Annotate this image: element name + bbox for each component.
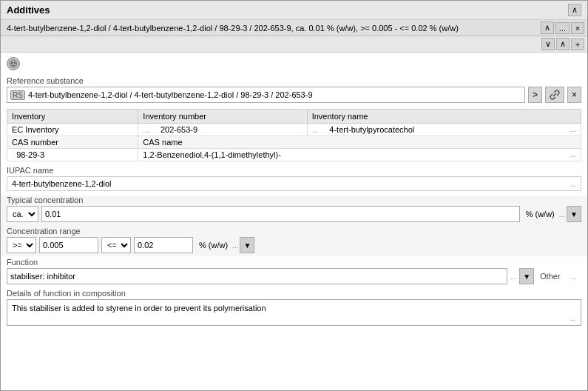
cas-name-cell: 1,2-Benzenediol,4-(1,1-dimethylethyl)- .… bbox=[138, 149, 581, 161]
conc-range-label: Concentration range bbox=[7, 227, 581, 235]
cell-number: ... 202-653-9 bbox=[138, 124, 307, 136]
ref-substance-rs-icon: RS bbox=[10, 90, 25, 100]
toolbar: ∨ ∧ + bbox=[1, 36, 587, 53]
function-row: ... ▼ Other ... bbox=[7, 268, 581, 284]
tab-close-btn[interactable]: × bbox=[571, 22, 584, 34]
iupac-dots: ... bbox=[566, 178, 581, 190]
cell-inventory: EC Inventory bbox=[7, 124, 138, 136]
conc-range-unit-row: % (w/w) ... ▼ bbox=[196, 237, 254, 253]
typical-unit-dropdown-btn[interactable]: ▼ bbox=[567, 206, 581, 222]
upper-value-input[interactable] bbox=[134, 237, 193, 253]
inventory-table-container: Inventory Inventory number Inventory nam… bbox=[1, 109, 587, 161]
conc-range-section: Concentration range >= > = <= < = % (w/w… bbox=[1, 225, 587, 256]
conc-range-unit: % (w/w) bbox=[196, 241, 231, 250]
main-panel: Additives ∧ 4-tert-butylbenzene-1,2-diol… bbox=[0, 0, 588, 391]
ref-input-row: RS 4-tert-butylbenzene-1,2-diol / 4-tert… bbox=[7, 87, 581, 103]
details-textarea[interactable] bbox=[7, 301, 566, 324]
cas-name-label-cell: CAS name bbox=[138, 136, 581, 149]
header-collapse-btn[interactable]: ∧ bbox=[568, 4, 581, 16]
inventory-table: Inventory Inventory number Inventory nam… bbox=[7, 109, 581, 161]
scrollable-area: Reference substance RS 4-tert-butylbenze… bbox=[1, 53, 587, 390]
col-inventory: Inventory bbox=[7, 110, 138, 124]
details-section: Details of function in composition ... bbox=[1, 287, 587, 332]
tab-collapse-btn[interactable]: ∧ bbox=[541, 21, 554, 34]
function-section: Function ... ▼ Other ... bbox=[1, 256, 587, 287]
col-number: Inventory number bbox=[138, 110, 307, 124]
link-icon bbox=[550, 90, 560, 100]
iupac-value-row: 4-tert-butylbenzene-1,2-diol ... bbox=[7, 176, 581, 191]
ref-arrow-btn[interactable]: > bbox=[528, 87, 542, 103]
ref-link-btn[interactable] bbox=[545, 87, 564, 103]
iupac-section: IUPAC name 4-tert-butylbenzene-1,2-diol … bbox=[1, 166, 587, 196]
typical-unit: % (w/w) bbox=[523, 210, 558, 218]
function-dots: ... bbox=[510, 273, 516, 281]
col-name: Inventory name bbox=[307, 110, 581, 124]
conc-range-row: >= > = <= < = % (w/w) ... ▼ bbox=[7, 237, 581, 253]
tab-controls: ∧ ... × bbox=[541, 21, 584, 34]
cas-label-cell: CAS number bbox=[7, 136, 138, 149]
ref-close-btn[interactable]: × bbox=[567, 87, 581, 103]
cas-value-row: 98-29-3 1,2-Benzenediol,4-(1,1-dimethyle… bbox=[7, 149, 581, 161]
toolbar-up-btn[interactable]: ∧ bbox=[556, 38, 570, 50]
other-dots: ... bbox=[567, 273, 581, 281]
upper-qualifier-select[interactable]: <= < = bbox=[101, 237, 131, 253]
ref-substance-value: 4-tert-butylbenzene-1,2-diol / 4-tert-bu… bbox=[28, 90, 313, 99]
lower-value-input[interactable] bbox=[39, 237, 98, 253]
iupac-label: IUPAC name bbox=[7, 166, 581, 175]
rs-icon-bar bbox=[1, 53, 587, 72]
typical-qualifier-select[interactable]: ca. ~ bbox=[7, 206, 38, 222]
ref-substance-section: Reference substance RS 4-tert-butylbenze… bbox=[1, 72, 587, 103]
cell-name: ... 4-tert-butylpyrocatechol ... bbox=[307, 124, 581, 136]
conc-range-unit-dots: ... bbox=[232, 241, 238, 250]
lower-qualifier-select[interactable]: >= > = bbox=[7, 237, 36, 253]
details-dots: ... bbox=[566, 311, 581, 325]
cas-row: CAS number CAS name bbox=[7, 136, 581, 149]
iupac-value: 4-tert-butylbenzene-1,2-diol bbox=[7, 177, 566, 190]
header-controls: ∧ bbox=[568, 4, 581, 16]
typical-value-input[interactable] bbox=[41, 206, 520, 222]
other-label: Other bbox=[537, 272, 564, 281]
toolbar-add-btn[interactable]: + bbox=[571, 39, 584, 50]
tab-more-btn[interactable]: ... bbox=[555, 22, 570, 34]
details-label: Details of function in composition bbox=[7, 289, 581, 298]
tab-bar: 4-tert-butylbenzene-1,2-diol / 4-tert-bu… bbox=[1, 20, 587, 36]
svg-point-2 bbox=[14, 62, 16, 64]
rs-icon bbox=[7, 57, 20, 70]
typical-unit-dots: ... bbox=[559, 210, 565, 218]
conc-range-unit-dropdown-btn[interactable]: ▼ bbox=[240, 237, 254, 253]
typical-unit-row: % (w/w) ... ▼ bbox=[523, 206, 581, 222]
svg-point-1 bbox=[11, 62, 13, 64]
typical-conc-section: Typical concentration ca. ~ % (w/w) ... … bbox=[1, 196, 587, 225]
tab-label[interactable]: 4-tert-butylbenzene-1,2-diol / 4-tert-bu… bbox=[4, 22, 541, 34]
cas-number-cell: 98-29-3 bbox=[7, 149, 138, 161]
function-input[interactable] bbox=[7, 268, 507, 284]
details-input-row: ... bbox=[7, 299, 581, 326]
typical-conc-label: Typical concentration bbox=[7, 196, 581, 204]
panel-header: Additives ∧ bbox=[1, 1, 587, 20]
function-label: Function bbox=[7, 258, 581, 267]
panel-title: Additives bbox=[7, 4, 50, 16]
function-dropdown-btn[interactable]: ▼ bbox=[519, 268, 534, 284]
ref-substance-label: Reference substance bbox=[7, 76, 581, 85]
typical-conc-row: ca. ~ % (w/w) ... ▼ bbox=[7, 206, 581, 222]
table-row: EC Inventory ... 202-653-9 ... 4-tert-bu… bbox=[7, 124, 581, 136]
toolbar-down-btn[interactable]: ∨ bbox=[541, 38, 555, 50]
